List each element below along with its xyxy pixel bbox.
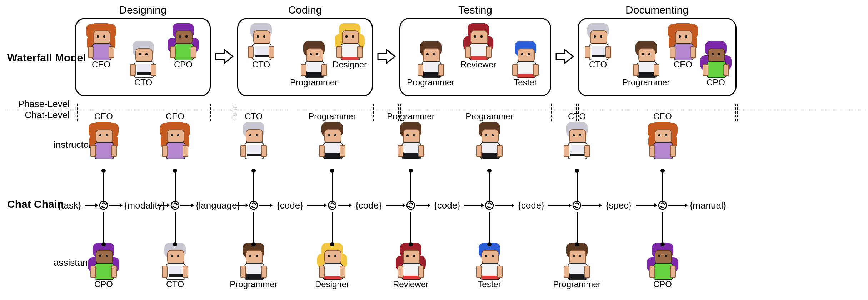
- avatar-reviewer: [464, 23, 493, 59]
- avatar-programmer: [632, 41, 660, 77]
- role-cpo: CPO: [174, 60, 193, 70]
- phase-title-documenting: Documenting: [579, 4, 735, 16]
- chain-token: {code}: [515, 198, 547, 212]
- phase-arrow-icon: [377, 48, 396, 65]
- chain-node-icon: [328, 201, 337, 210]
- svg-marker-15: [246, 203, 248, 207]
- chain-arrow-icon: [259, 203, 273, 208]
- instructor-role: CTO: [568, 111, 586, 121]
- svg-marker-43: [569, 203, 572, 208]
- avatar-cpo: [169, 23, 198, 59]
- instructor-role: Programmer: [387, 111, 434, 121]
- role-ceo: CEO: [92, 60, 110, 70]
- chain-token: {spec}: [603, 198, 635, 212]
- chain-arrow-icon: [338, 203, 352, 208]
- svg-marker-8: [167, 203, 170, 207]
- avatar-programmer: [239, 243, 268, 279]
- chain-arrow-icon: [582, 203, 602, 208]
- avatar-ceo: [89, 122, 118, 158]
- chain-arrow-icon: [668, 203, 688, 208]
- phase-coding: Coding CTO Programmer Designer: [237, 18, 373, 96]
- avatar-programmer: [416, 41, 445, 77]
- role-designer: Designer: [333, 60, 367, 70]
- phase-arrow-icon: [555, 48, 574, 65]
- divider-dashed: [402, 110, 575, 110]
- avatar-programmer: [318, 122, 346, 158]
- svg-marker-41: [512, 203, 514, 208]
- svg-marker-36: [481, 203, 484, 208]
- assistant-role: CPO: [653, 279, 672, 289]
- svg-marker-27: [349, 203, 352, 208]
- assistant-role: Reviewer: [393, 279, 429, 289]
- chain-arrow-icon: [180, 203, 194, 208]
- svg-marker-48: [599, 203, 602, 208]
- role-programmer: Programmer: [407, 78, 454, 88]
- chat-chain: instructor assistant CEO CPO CEO CTO CTO…: [55, 114, 868, 296]
- svg-marker-1: [95, 203, 98, 208]
- chain-node-icon: [99, 201, 108, 210]
- svg-marker-6: [120, 203, 123, 208]
- avatar-reviewer: [396, 243, 425, 279]
- phase-documenting: Documenting CTO Programmer CEO CPO: [578, 18, 737, 96]
- avatar-ceo: [648, 122, 677, 158]
- chain-token: {code}: [431, 198, 463, 212]
- assistant-role: Tester: [478, 279, 501, 289]
- label-waterfall-model: Waterfall Model: [7, 52, 86, 64]
- assistant-role: Programmer: [553, 279, 600, 289]
- divider-dashed: [739, 110, 866, 110]
- avatar-cto: [247, 23, 275, 59]
- avatar-programmer: [396, 122, 425, 158]
- divider-dashed: [579, 110, 735, 110]
- avatar-programmer: [300, 41, 328, 77]
- role-tester: Tester: [514, 78, 537, 88]
- role-cpo: CPO: [707, 78, 725, 88]
- chain-node-icon: [658, 201, 667, 210]
- role-cto: CTO: [252, 60, 270, 70]
- chain-axis: {task} {modality} {language} {code} {cod: [55, 198, 864, 212]
- avatar-cpo: [89, 243, 118, 279]
- phase-testing: Testing Programmer Reviewer Tester: [399, 18, 551, 96]
- phase-title-testing: Testing: [400, 4, 550, 16]
- label-phase-level: Phase-Level: [7, 99, 70, 110]
- avatar-ceo: [87, 23, 115, 59]
- avatar-programmer: [563, 243, 591, 279]
- phase-title-designing: Designing: [76, 4, 210, 16]
- chain-arrow-icon: [386, 203, 405, 208]
- chain-node-icon: [572, 201, 582, 210]
- chain-arrow-icon: [495, 203, 514, 208]
- chain-token: {code}: [274, 198, 306, 212]
- role-programmer: Programmer: [622, 78, 670, 88]
- svg-marker-55: [685, 203, 688, 208]
- svg-marker-20: [270, 203, 273, 208]
- chain-arrow-icon: [109, 203, 123, 208]
- svg-marker-13: [191, 203, 194, 208]
- chain-token: {task}: [55, 198, 84, 212]
- assistant-role: CPO: [94, 279, 113, 289]
- avatar-cto: [129, 41, 158, 77]
- avatar-ceo: [161, 122, 189, 158]
- avatar-cpo: [702, 41, 730, 77]
- instructor-role: Programmer: [308, 111, 356, 121]
- instructor-role: Programmer: [465, 111, 513, 121]
- avatar-cto: [161, 243, 189, 279]
- svg-marker-29: [403, 203, 405, 208]
- chain-arrow-icon: [416, 203, 430, 208]
- avatar-cpo: [648, 243, 677, 279]
- svg-marker-34: [428, 203, 430, 208]
- chain-node-icon: [249, 201, 258, 210]
- svg-marker-22: [324, 203, 327, 208]
- assistant-role: Designer: [315, 279, 349, 289]
- instructor-role: CEO: [94, 111, 113, 121]
- avatar-designer: [335, 23, 364, 59]
- chain-arrow-icon: [636, 203, 657, 208]
- svg-marker-50: [654, 203, 657, 208]
- chain-arrow-icon: [85, 203, 98, 208]
- chain-token: {manual}: [688, 198, 728, 212]
- chain-node-icon: [170, 201, 180, 210]
- chain-arrow-icon: [157, 203, 170, 208]
- avatar-tester: [475, 243, 504, 279]
- avatar-cto: [584, 23, 612, 59]
- assistant-role: Programmer: [230, 279, 277, 289]
- avatar-cto: [563, 122, 591, 158]
- role-ceo: CEO: [674, 60, 692, 70]
